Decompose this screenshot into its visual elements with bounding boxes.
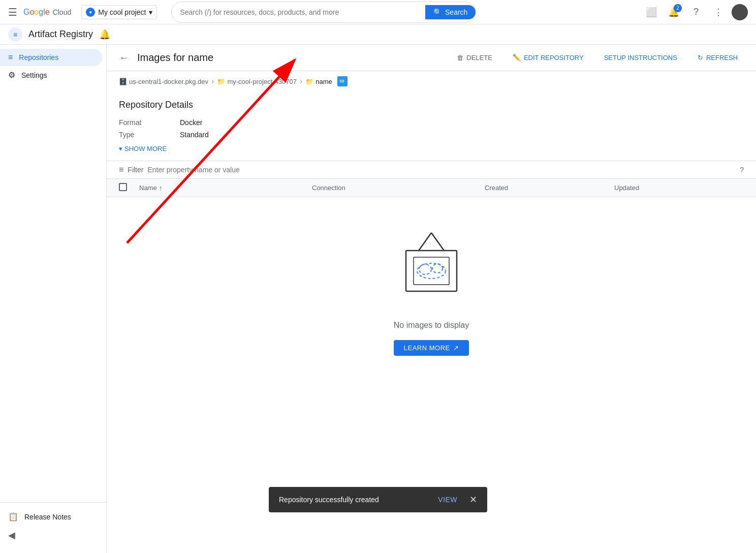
empty-state: No images to display LEARN MORE ↗ <box>107 197 756 386</box>
filter-label: Filter <box>128 166 143 174</box>
sidebar-item-settings[interactable]: ⚙ Settings <box>0 66 102 84</box>
top-nav: ☰ Google Artifact Registry Cloud ● My co… <box>0 0 756 24</box>
select-all-checkbox[interactable] <box>119 183 139 193</box>
hamburger-menu[interactable]: ☰ <box>8 6 17 18</box>
filter-bar: ≡ Filter ? <box>107 161 756 179</box>
sort-icon: ↑ <box>159 184 163 192</box>
notification-badge: 2 <box>674 4 682 12</box>
snackbar-message: Repository successfully created <box>279 496 426 504</box>
filter-help[interactable]: ? <box>740 166 744 174</box>
snackbar-close-button[interactable]: ✕ <box>469 494 477 505</box>
column-created: Created <box>485 184 614 192</box>
registry-icon: ≡ <box>13 30 17 39</box>
refresh-button[interactable]: ↻ REFRESH <box>691 51 744 65</box>
svg-rect-2 <box>341 80 342 81</box>
name-folder-icon: 📁 <box>305 78 313 85</box>
app-notification-icon[interactable]: 🔔 <box>99 29 110 40</box>
checkbox-icon <box>119 183 127 191</box>
search-input[interactable] <box>180 8 421 16</box>
svg-rect-4 <box>341 81 342 82</box>
breadcrumb-sep-2: › <box>300 77 302 86</box>
delete-icon: 🗑 <box>457 54 463 62</box>
chevron-down-icon: ▾ <box>119 145 122 152</box>
back-button[interactable]: ← <box>119 52 129 64</box>
search-button[interactable]: 🔍 Search <box>425 5 476 19</box>
svg-line-8 <box>431 233 444 251</box>
filter-icon: ≡ <box>119 165 123 174</box>
more-options-button[interactable]: ⋮ <box>709 3 728 21</box>
svg-rect-5 <box>343 81 344 82</box>
format-label: Format <box>119 118 180 127</box>
help-button[interactable]: ? <box>687 3 705 21</box>
app-title: Artifact Registry <box>28 29 93 40</box>
column-updated: Updated <box>614 184 744 192</box>
breadcrumb-project[interactable]: 📁 my-cool-project-430707 <box>217 78 297 85</box>
app-header-left: ≡ Artifact Registry 🔔 <box>8 27 110 42</box>
project-selector[interactable]: ● My cool project ▾ <box>81 5 157 19</box>
release-notes-icon: 📋 <box>8 512 18 521</box>
column-name[interactable]: Name ↑ <box>139 184 312 192</box>
docker-icon <box>337 76 348 86</box>
terminal-icon: ⬜ <box>646 7 657 18</box>
sidebar-bottom: 📋 Release Notes ◀ <box>0 502 106 549</box>
table-header: Name ↑ Connection Created Updated <box>107 179 756 197</box>
collapse-icon: ◀ <box>8 530 15 540</box>
snackbar: Repository successfully created VIEW ✕ <box>269 487 487 512</box>
repositories-icon: ≡ <box>8 53 13 62</box>
svg-rect-6 <box>340 81 341 82</box>
more-icon: ⋮ <box>714 7 723 18</box>
delete-button[interactable]: 🗑 DELETE <box>451 51 498 65</box>
external-link-icon: ↗ <box>453 344 459 352</box>
sidebar-item-release-notes[interactable]: 📋 Release Notes <box>0 508 102 526</box>
repo-details-title: Repository Details <box>119 100 744 110</box>
snackbar-action-button[interactable]: VIEW <box>438 496 457 504</box>
type-label: Type <box>119 131 180 139</box>
content-header: ← Images for name 🗑 DELETE ✏️ EDIT REPOS… <box>107 45 756 71</box>
repo-details: Repository Details Format Docker Type St… <box>107 91 756 161</box>
filter-input[interactable] <box>147 166 736 174</box>
type-value: Standard <box>180 131 209 139</box>
empty-text: No images to display <box>394 321 469 330</box>
setup-instructions-button[interactable]: SETUP INSTRUCTIONS <box>598 51 683 65</box>
svg-line-7 <box>419 233 431 251</box>
dropdown-icon: ▾ <box>149 8 152 16</box>
breadcrumb-registry[interactable]: 🗄️ us-central1-docker.pkg.dev <box>119 78 208 85</box>
search-bar: 🔍 Search <box>171 2 476 23</box>
column-connection: Connection <box>312 184 485 192</box>
notifications-button[interactable]: 🔔 2 <box>665 3 683 21</box>
app-icon: ≡ <box>8 27 22 42</box>
sidebar-item-settings-label: Settings <box>21 71 47 79</box>
show-more-button[interactable]: ▾ SHOW MORE <box>119 145 744 152</box>
detail-table: Format Docker Type Standard <box>119 116 271 141</box>
avatar[interactable] <box>732 4 748 20</box>
detail-row-format: Format Docker <box>119 116 271 129</box>
registry-folder-icon: 🗄️ <box>119 78 127 85</box>
edit-repository-button[interactable]: ✏️ EDIT REPOSITORY <box>507 51 590 65</box>
learn-more-button[interactable]: LEARN MORE ↗ <box>394 340 469 356</box>
app-header: ≡ Artifact Registry 🔔 <box>0 24 756 45</box>
sidebar-item-repositories-label: Repositories <box>19 53 58 62</box>
terminal-button[interactable]: ⬜ <box>642 3 660 21</box>
settings-icon: ⚙ <box>8 70 15 80</box>
format-value: Docker <box>180 118 202 127</box>
detail-row-type: Type Standard <box>119 129 271 141</box>
page-title: Images for name <box>137 52 443 64</box>
sidebar-item-repositories[interactable]: ≡ Repositories <box>0 49 102 66</box>
svg-rect-3 <box>343 80 344 81</box>
header-actions: 🗑 DELETE ✏️ EDIT REPOSITORY SETUP INSTRU… <box>451 51 744 65</box>
collapse-sidebar-button[interactable]: ◀ <box>0 526 106 545</box>
empty-illustration <box>391 228 472 311</box>
help-icon: ? <box>694 7 699 17</box>
sidebar: ≡ Repositories ⚙ Settings 📋 Release Note… <box>0 45 107 553</box>
edit-icon: ✏️ <box>513 54 521 62</box>
project-name: My cool project <box>98 8 146 16</box>
content-area: ← Images for name 🗑 DELETE ✏️ EDIT REPOS… <box>107 45 756 553</box>
google-cloud-logo: Google Artifact Registry Cloud <box>23 8 71 17</box>
breadcrumb: 🗄️ us-central1-docker.pkg.dev › 📁 my-coo… <box>107 71 756 91</box>
breadcrumb-name[interactable]: 📁 name <box>305 78 332 85</box>
breadcrumb-sep-1: › <box>211 77 214 86</box>
refresh-icon: ↻ <box>698 54 703 62</box>
search-icon: 🔍 <box>433 8 442 16</box>
main-layout: ≡ Repositories ⚙ Settings 📋 Release Note… <box>0 45 756 553</box>
release-notes-label: Release Notes <box>24 513 71 521</box>
